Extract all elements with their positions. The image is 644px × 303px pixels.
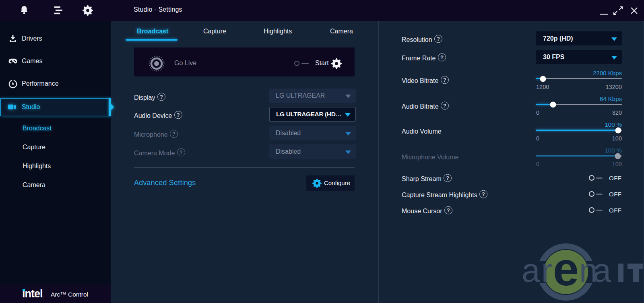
- svg-text:ar: ar: [522, 252, 552, 289]
- svg-text:na: na: [579, 252, 611, 289]
- svg-text:e: e: [553, 243, 579, 295]
